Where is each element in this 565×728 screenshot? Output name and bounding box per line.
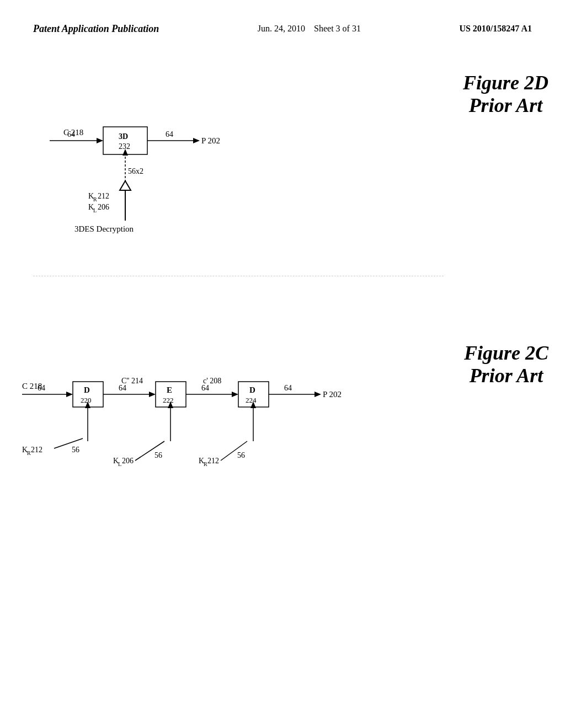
publication-date: Jun. 24, 2010: [258, 24, 305, 33]
decryption-arrow-head: [120, 181, 131, 190]
c-prime-prime-label: C'' 214: [121, 377, 143, 385]
3d-label: 3D: [119, 132, 128, 141]
publication-number: US 2010/158247 A1: [459, 22, 532, 35]
64-d1-e: 64: [119, 384, 126, 392]
figure-2d-side-label: Figure 2D Prior Art: [463, 72, 548, 117]
figure-2c-side-label: Figure 2C Prior Art: [464, 342, 548, 388]
64-d2-p: 64: [284, 384, 292, 392]
figure-2d-svg: C 218 64 3D 232 64 P 202 56x2 K R 212 K …: [33, 72, 463, 237]
kr-subscript: R: [93, 196, 97, 202]
kr-bits-1: 56: [72, 446, 79, 454]
kr-sub-2: R: [204, 461, 207, 467]
e-label: E: [167, 386, 172, 394]
figure-2d-prior-art: Prior Art: [463, 94, 548, 117]
figure-2d-diagram: C 218 64 3D 232 64 P 202 56x2 K R 212 K …: [33, 72, 444, 239]
c-to-d1-head: [66, 392, 73, 397]
figure-2d-title: Figure 2D: [463, 72, 548, 94]
d2-to-p-head: [315, 392, 321, 397]
kl-sub: L: [118, 461, 121, 467]
kr212-2c-num: 212: [31, 446, 42, 454]
kr212-2c-num2: 212: [207, 457, 219, 465]
3des-decryption-label: 3DES Decryption: [74, 224, 134, 233]
e-to-d2-head: [232, 392, 238, 397]
c-prime-label: c' 208: [203, 377, 221, 385]
220-label: 220: [81, 396, 92, 404]
left-64-label: 64: [67, 130, 75, 138]
figure-2c-svg: C 218 64 D 220 64 C'' 214 E 222 64 c' 20…: [17, 331, 469, 507]
kr-sub-1: R: [27, 450, 31, 456]
56x2-label: 56x2: [128, 167, 143, 175]
right-64-label: 64: [166, 130, 173, 138]
publication-date-sheet: Jun. 24, 2010 Sheet 3 of 31: [258, 22, 361, 35]
232-label: 232: [119, 142, 130, 151]
222-label: 222: [163, 396, 174, 404]
figure-2c-diagram: C 218 64 D 220 64 C'' 214 E 222 64 c' 20…: [17, 331, 444, 510]
figure-2c-title: Figure 2C: [464, 342, 548, 365]
p202-2c-label: P 202: [323, 390, 342, 399]
d-label-1: D: [84, 386, 90, 394]
kr212-num: 212: [98, 192, 109, 200]
224-label: 224: [246, 396, 257, 404]
kl206-2c-num: 206: [122, 457, 134, 465]
arrow-right-head: [193, 138, 200, 143]
p202-label: P 202: [201, 136, 220, 145]
kr-bits-2: 56: [237, 451, 245, 459]
sheet-info: Sheet 3 of 31: [314, 24, 361, 33]
figure-2c-prior-art: Prior Art: [464, 365, 548, 387]
64-e-d2: 64: [201, 384, 209, 392]
page-header: Patent Application Publication Jun. 24, …: [0, 0, 565, 47]
kl-bits: 56: [154, 451, 162, 459]
d1-to-e-head: [149, 392, 156, 397]
kl206-num: 206: [98, 203, 109, 211]
kl-subscript: L: [93, 207, 97, 213]
section-divider: [33, 276, 444, 276]
arrow-left-head: [97, 138, 103, 143]
publication-title: Patent Application Publication: [33, 22, 159, 36]
64-c-d1: 64: [38, 384, 45, 392]
d-label-2: D: [249, 386, 255, 394]
